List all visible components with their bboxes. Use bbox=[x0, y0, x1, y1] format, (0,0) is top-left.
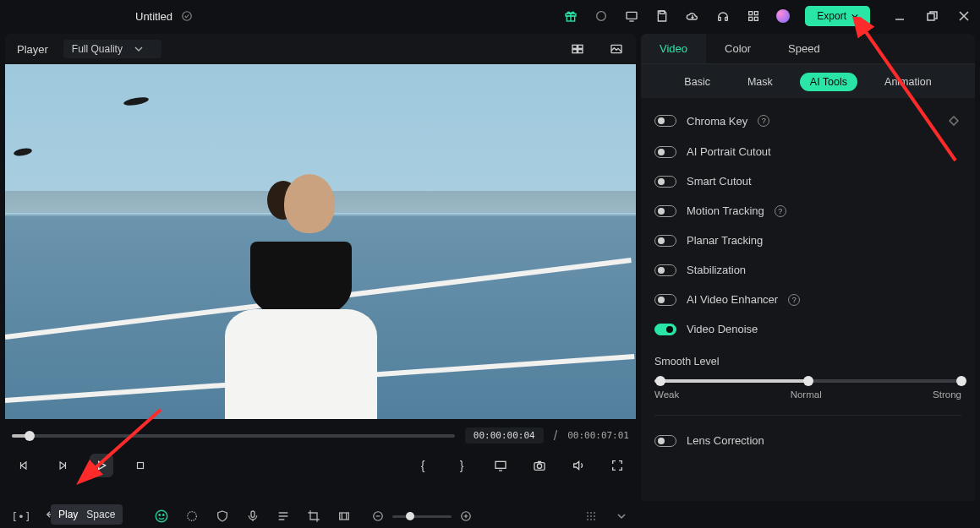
tab-video[interactable]: Video bbox=[641, 34, 706, 63]
bracket-icon[interactable]: [•] bbox=[14, 509, 29, 524]
total-time: 00:00:07:01 bbox=[567, 430, 629, 441]
save-icon[interactable] bbox=[654, 8, 670, 24]
toggle-ai-portrait[interactable] bbox=[654, 146, 676, 158]
volume-icon[interactable] bbox=[567, 454, 590, 477]
label-chroma-key: Chroma Key bbox=[687, 115, 747, 128]
svg-rect-8 bbox=[749, 12, 753, 15]
label-motion-tracking: Motion Tracking bbox=[687, 204, 764, 217]
info-icon[interactable]: ? bbox=[788, 294, 800, 306]
quality-dropdown[interactable]: Full Quality bbox=[63, 40, 162, 58]
progress-bar[interactable] bbox=[12, 434, 455, 438]
checkmark-icon bbox=[179, 8, 194, 24]
toggle-chroma-key[interactable] bbox=[654, 115, 676, 127]
play-tooltip: Play Space bbox=[51, 504, 123, 525]
svg-rect-18 bbox=[138, 463, 144, 469]
current-time: 00:00:00:04 bbox=[465, 427, 544, 444]
svg-point-33 bbox=[587, 515, 589, 517]
svg-rect-26 bbox=[251, 511, 255, 517]
zoom-out-icon[interactable] bbox=[370, 509, 386, 524]
grid-view-icon[interactable] bbox=[570, 41, 585, 57]
bracket-close-icon[interactable]: } bbox=[450, 454, 474, 477]
slider-label: Smooth Level bbox=[654, 356, 961, 367]
gift-icon[interactable] bbox=[563, 8, 578, 24]
export-button[interactable]: Export bbox=[805, 6, 870, 26]
screen-icon[interactable] bbox=[624, 8, 639, 24]
svg-point-31 bbox=[590, 512, 592, 514]
snapshot-icon[interactable] bbox=[609, 41, 624, 57]
toggle-lens-correction[interactable] bbox=[654, 435, 676, 447]
tool-mask-icon[interactable] bbox=[184, 509, 200, 524]
svg-rect-27 bbox=[340, 513, 349, 520]
toggle-stabilization[interactable] bbox=[654, 264, 676, 276]
next-frame-button[interactable] bbox=[51, 454, 74, 477]
fullscreen-icon[interactable] bbox=[605, 454, 629, 477]
toggle-motion-tracking[interactable] bbox=[654, 205, 676, 217]
timeline-options-icon[interactable] bbox=[583, 509, 599, 524]
svg-point-3 bbox=[597, 12, 606, 21]
svg-rect-19 bbox=[495, 461, 506, 468]
svg-rect-10 bbox=[749, 17, 753, 20]
tool-shield-icon[interactable] bbox=[215, 509, 230, 524]
svg-rect-11 bbox=[755, 17, 758, 20]
tool-crop-icon[interactable] bbox=[306, 509, 321, 524]
record-icon[interactable] bbox=[594, 8, 609, 24]
subtab-animation[interactable]: Animation bbox=[874, 73, 942, 91]
tab-speed[interactable]: Speed bbox=[769, 34, 839, 63]
label-ai-portrait: AI Portrait Cutout bbox=[687, 145, 771, 158]
toggle-video-denoise[interactable] bbox=[654, 324, 676, 335]
player-label: Player bbox=[17, 43, 48, 56]
subtab-basic[interactable]: Basic bbox=[674, 73, 720, 91]
video-preview[interactable] bbox=[5, 64, 636, 419]
cloud-icon[interactable] bbox=[685, 8, 700, 24]
chevron-down-icon[interactable] bbox=[614, 509, 629, 524]
label-video-denoise: Video Denoise bbox=[687, 323, 758, 335]
info-icon[interactable]: ? bbox=[758, 115, 769, 127]
svg-rect-5 bbox=[660, 11, 665, 14]
play-button[interactable] bbox=[90, 454, 113, 477]
toggle-smart-cutout[interactable] bbox=[654, 176, 676, 188]
svg-point-0 bbox=[183, 12, 192, 21]
svg-rect-9 bbox=[755, 12, 758, 15]
display-icon[interactable] bbox=[489, 454, 512, 477]
toggle-planar-tracking[interactable] bbox=[654, 235, 676, 247]
diamond-icon[interactable] bbox=[946, 113, 961, 128]
svg-rect-14 bbox=[578, 45, 583, 48]
stop-button[interactable] bbox=[129, 454, 152, 477]
svg-rect-6 bbox=[719, 17, 721, 20]
tool-frame-icon[interactable] bbox=[337, 509, 352, 524]
chevron-down-icon bbox=[851, 13, 858, 19]
maximize-icon[interactable] bbox=[924, 8, 939, 24]
ai-face-icon[interactable] bbox=[154, 509, 169, 524]
apps-icon[interactable] bbox=[746, 8, 761, 24]
zoom-in-icon[interactable] bbox=[458, 509, 474, 524]
close-icon[interactable] bbox=[956, 8, 972, 24]
svg-point-23 bbox=[159, 514, 161, 516]
info-icon[interactable]: ? bbox=[775, 205, 786, 217]
svg-point-38 bbox=[594, 519, 595, 520]
ai-orb-icon[interactable] bbox=[776, 9, 790, 23]
svg-point-22 bbox=[156, 510, 167, 522]
camera-icon[interactable] bbox=[528, 454, 551, 477]
minimize-icon[interactable] bbox=[892, 8, 907, 24]
svg-point-34 bbox=[590, 515, 592, 517]
tooltip-action: Play bbox=[58, 509, 78, 520]
export-label: Export bbox=[817, 10, 846, 22]
bracket-open-icon[interactable]: { bbox=[411, 454, 435, 477]
toggle-ai-video-enhancer[interactable] bbox=[654, 294, 676, 306]
subtab-ai-tools[interactable]: AI Tools bbox=[800, 73, 857, 91]
subtab-mask[interactable]: Mask bbox=[737, 73, 783, 91]
label-smart-cutout: Smart Cutout bbox=[687, 175, 752, 188]
svg-point-32 bbox=[594, 512, 595, 514]
time-separator: / bbox=[554, 428, 557, 444]
headphones-icon[interactable] bbox=[715, 8, 731, 24]
prev-frame-button[interactable] bbox=[12, 454, 36, 477]
smooth-slider[interactable] bbox=[654, 379, 961, 383]
tool-text-icon[interactable] bbox=[276, 509, 291, 524]
label-planar-tracking: Planar Tracking bbox=[687, 234, 763, 247]
chevron-down-icon bbox=[134, 45, 143, 53]
svg-rect-15 bbox=[572, 50, 577, 53]
tab-color[interactable]: Color bbox=[706, 34, 769, 63]
slider-strong: Strong bbox=[933, 389, 961, 400]
zoom-slider[interactable] bbox=[392, 515, 452, 518]
tool-mic-icon[interactable] bbox=[245, 509, 260, 524]
